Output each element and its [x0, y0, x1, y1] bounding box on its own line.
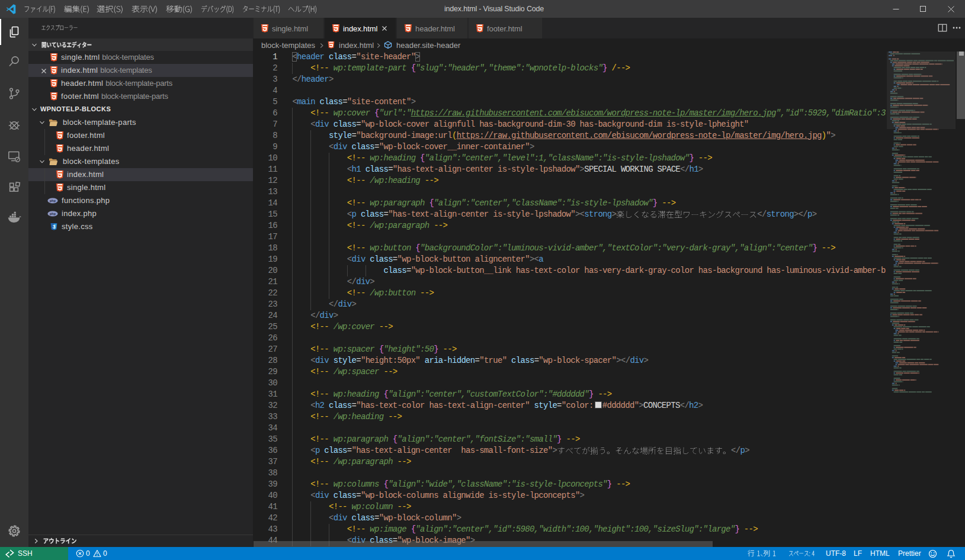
- svg-text:3: 3: [53, 224, 56, 230]
- svg-text:php: php: [50, 212, 56, 215]
- svg-text:php: php: [50, 199, 56, 202]
